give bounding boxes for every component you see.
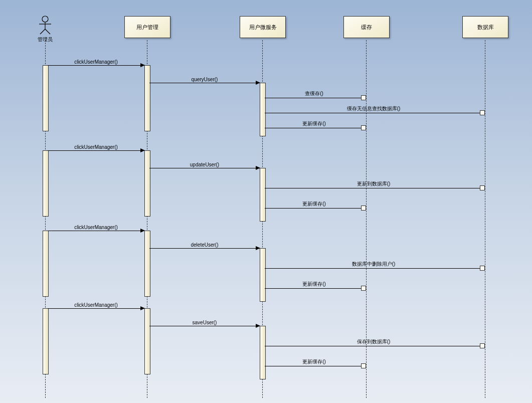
activation-p2 (260, 248, 266, 302)
lifeline-user-service: 用户微服务 (240, 16, 286, 38)
activation-p1 (144, 150, 150, 217)
message: clickUserManager() (48, 308, 144, 309)
message: clickUserManager() (48, 231, 144, 231)
message: clickUserManager() (48, 65, 144, 66)
message: updateUser() (149, 168, 260, 168)
message-label: updateUser() (149, 162, 260, 167)
message-label: 缓存无信息查找数据库() (265, 105, 482, 112)
message: 查缓存() (265, 98, 364, 98)
message: 更新缓存() (265, 288, 364, 289)
message-label: 保存到数据库() (265, 338, 482, 345)
message: 更新缓存() (265, 366, 364, 366)
message-label: 更新缓存() (265, 281, 364, 288)
message-label: 更新缓存() (265, 120, 364, 127)
message: 数据库中删除用户() (265, 268, 482, 269)
message: 保存到数据库() (265, 346, 482, 346)
activation-actor (43, 150, 49, 217)
message: clickUserManager() (48, 150, 144, 151)
lifeline-cache: 缓存 (343, 16, 390, 38)
svg-line-3 (40, 29, 45, 34)
activation-actor (43, 308, 49, 374)
lifeline-database: 数据库 (462, 16, 508, 38)
message-label: 更新缓存() (265, 200, 364, 208)
message-label: 更新缓存() (265, 358, 364, 365)
message-label: clickUserManager() (48, 144, 144, 150)
message-label: clickUserManager() (48, 225, 144, 230)
activation-actor (43, 65, 49, 131)
message-label: 数据库中删除用户() (265, 261, 482, 268)
message-label: 查缓存() (265, 90, 364, 97)
message-label: saveUser() (149, 320, 260, 325)
svg-line-4 (45, 29, 50, 34)
message-label: clickUserManager() (48, 59, 144, 65)
message: 缓存无信息查找数据库() (265, 113, 482, 113)
activation-p1 (144, 231, 150, 297)
activation-p2 (260, 326, 266, 379)
message-label: 更新到数据库() (265, 180, 482, 187)
activation-actor (43, 231, 49, 297)
message: 更新缓存() (265, 208, 364, 209)
message-label: clickUserManager() (48, 302, 144, 308)
lifeline-user-manage: 用户管理 (124, 16, 170, 38)
message: queryUser() (149, 83, 260, 83)
actor-icon (35, 15, 55, 35)
svg-point-0 (42, 16, 48, 22)
activation-p1 (144, 65, 150, 131)
message: deleteUser() (149, 248, 260, 249)
message-label: deleteUser() (149, 242, 260, 248)
activation-p2 (260, 168, 266, 222)
message: saveUser() (149, 326, 260, 326)
dash-p4 (485, 40, 485, 398)
message: 更新到数据库() (265, 188, 482, 188)
message-label: queryUser() (149, 77, 260, 82)
activation-p1 (144, 308, 150, 374)
message: 更新缓存() (265, 128, 364, 128)
